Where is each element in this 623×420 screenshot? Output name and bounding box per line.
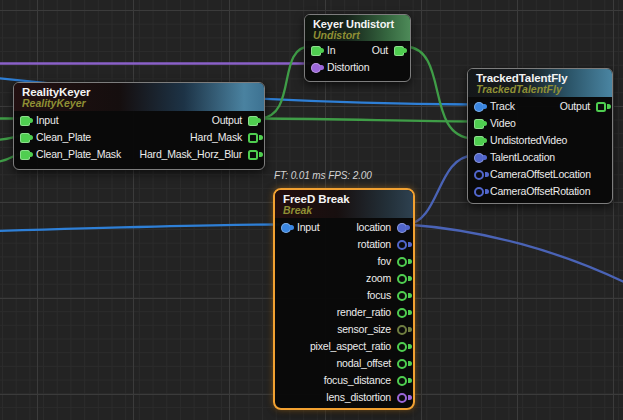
port-lens-distortion-label: lens_distortion: [326, 389, 391, 406]
port-focus-distance-icon[interactable]: [397, 376, 407, 386]
port-distortion-icon[interactable]: [311, 63, 321, 73]
port-clean-plate-mask-label: Clean_Plate_Mask: [36, 146, 121, 163]
port-ttf-output-icon[interactable]: [596, 102, 606, 112]
port-distortion-label: Distortion: [327, 59, 369, 76]
port-clean-plate-label: Clean_Plate: [36, 129, 91, 146]
port-talent-location-icon[interactable]: [474, 153, 484, 163]
port-in-icon[interactable]: [311, 46, 321, 56]
port-zoom-icon[interactable]: [397, 274, 407, 284]
node-header: Keyer Undistort Undistort: [305, 15, 410, 41]
port-hard-mask-horz-blur-label: Hard_Mask_Horz_Blur: [140, 146, 242, 163]
port-camera-offset-rotation-icon[interactable]: [474, 187, 484, 197]
port-pixel-aspect-ratio-label: pixel_aspect_ratio: [310, 338, 391, 355]
node-header: TrackedTalentFly TrackedTalentFly: [468, 69, 612, 97]
node-keyer-undistort[interactable]: Keyer Undistort Undistort In Out Distort…: [304, 14, 411, 82]
port-camera-offset-location-icon[interactable]: [474, 170, 484, 180]
port-hard-mask-horz-blur-icon[interactable]: [248, 150, 258, 160]
port-fov-icon[interactable]: [397, 257, 407, 267]
node-tracked-talent-fly[interactable]: TrackedTalentFly TrackedTalentFly Track …: [467, 68, 613, 204]
wire-output-to-video[interactable]: [260, 119, 473, 122]
node-subtitle: TrackedTalentFly: [476, 84, 604, 95]
port-hard-mask-label: Hard_Mask: [190, 129, 242, 146]
port-output-icon[interactable]: [248, 116, 258, 126]
port-undistorted-video-icon[interactable]: [474, 136, 484, 146]
node-freed-break[interactable]: FreeD Break Break Input location rotatio…: [273, 188, 415, 410]
wire-location-to-talentlocation[interactable]: [407, 156, 473, 225]
wire-location-offscreen[interactable]: [407, 225, 623, 284]
port-out-icon[interactable]: [394, 46, 404, 56]
port-render-ratio-icon[interactable]: [397, 308, 407, 318]
port-focus-label: focus: [367, 287, 391, 304]
port-video-label: Video: [490, 115, 516, 132]
port-track-label: Track: [490, 98, 515, 115]
port-fov-label: fov: [378, 253, 391, 270]
port-input-label: Input: [36, 112, 58, 129]
port-output-label: Output: [212, 112, 242, 129]
wire-freed-input[interactable]: [0, 225, 279, 232]
port-camera-offset-location-label: CameraOffsetLocation: [490, 166, 591, 183]
port-sensor-size-icon[interactable]: [397, 325, 407, 335]
port-track-icon[interactable]: [474, 102, 484, 112]
port-pixel-aspect-ratio-icon[interactable]: [397, 342, 407, 352]
wire-output-to-in[interactable]: [260, 47, 310, 119]
port-focus-distance-label: focus_distance: [324, 372, 391, 389]
port-zoom-label: zoom: [366, 270, 391, 287]
port-talent-location-label: TalentLocation: [490, 149, 555, 166]
port-in-label: In: [327, 42, 335, 59]
node-subtitle: Undistort: [313, 30, 402, 41]
port-rotation-label: rotation: [358, 236, 391, 253]
port-undistorted-video-label: UndistortedVideo: [490, 132, 567, 149]
port-focus-icon[interactable]: [397, 291, 407, 301]
port-input-icon[interactable]: [20, 116, 30, 126]
port-hard-mask-icon[interactable]: [248, 133, 258, 143]
node-subtitle: RealityKeyer: [22, 98, 256, 109]
port-camera-offset-rotation-label: CameraOffsetRotation: [490, 183, 590, 200]
node-header: RealityKeyer RealityKeyer: [14, 83, 264, 111]
port-freed-input-label: Input: [297, 219, 319, 236]
port-location-icon[interactable]: [397, 223, 407, 233]
port-clean-plate-mask-icon[interactable]: [20, 150, 30, 160]
node-header: FreeD Break Break: [275, 190, 413, 218]
port-render-ratio-label: render_ratio: [337, 304, 391, 321]
port-lens-distortion-icon[interactable]: [397, 393, 407, 403]
wire-out-to-undistortedvideo[interactable]: [406, 47, 473, 139]
port-freed-input-icon[interactable]: [281, 223, 291, 233]
port-nodal-offset-label: nodal_offset: [336, 355, 391, 372]
port-sensor-size-label: sensor_size: [337, 321, 391, 338]
port-video-icon[interactable]: [474, 119, 484, 129]
node-reality-keyer[interactable]: RealityKeyer RealityKeyer Input Output C…: [13, 82, 265, 170]
port-clean-plate-icon[interactable]: [20, 133, 30, 143]
node-subtitle: Break: [283, 205, 405, 216]
performance-overlay: FT: 0.01 ms FPS: 2.00: [274, 170, 372, 181]
port-rotation-icon[interactable]: [397, 240, 407, 250]
port-location-label: location: [356, 219, 391, 236]
port-out-label: Out: [372, 42, 388, 59]
port-ttf-output-label: Output: [560, 98, 590, 115]
port-nodal-offset-icon[interactable]: [397, 359, 407, 369]
